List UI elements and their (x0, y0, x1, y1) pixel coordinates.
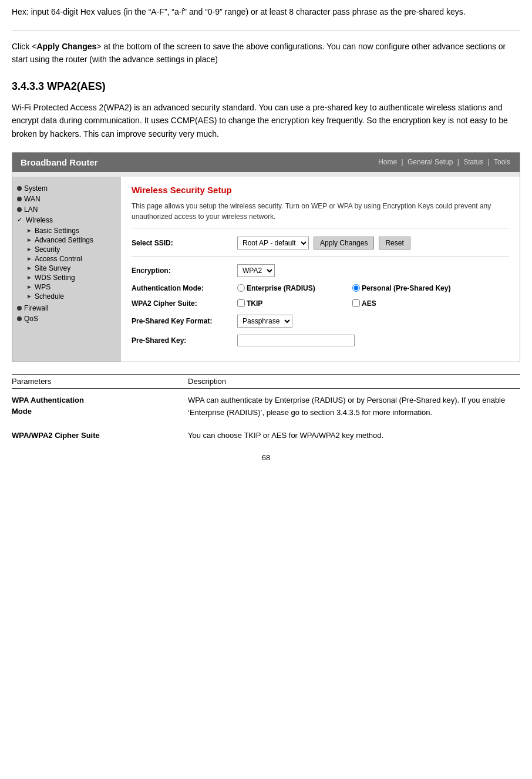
main-title: Wireless Security Setup (132, 185, 509, 195)
psk-format-label: Pre-Shared Key Format: (132, 317, 237, 325)
sidebar-sub-site-survey[interactable]: ► Site Survey (26, 264, 116, 273)
hex-text-block: Hex: input 64-digit Hex values (in the “… (12, 6, 520, 18)
router-header: Broadband Router Home | General Setup | … (12, 153, 520, 172)
main-desc: This page allows you setup the wireless … (132, 201, 509, 228)
nav-sep-2: | (457, 158, 461, 166)
tkip-text: TKIP (247, 299, 262, 308)
router-body: System WAN LAN ✓ Wireless ► (12, 177, 520, 362)
click-apply-text: Click <Apply Changes> at the bottom of t… (12, 40, 520, 66)
router-ui-box: Broadband Router Home | General Setup | … (12, 152, 520, 362)
aes-text: AES (362, 299, 376, 308)
auth-personal-label[interactable]: Personal (Pre-Shared Key) (352, 284, 458, 292)
sidebar-item-system[interactable]: System (17, 184, 116, 193)
gray-band (12, 172, 520, 177)
sidebar-item-firewall[interactable]: Firewall (17, 303, 116, 313)
sidebar-sub-wps[interactable]: ► WPS (26, 282, 116, 292)
psk-format-select[interactable]: Passphrase (237, 315, 292, 328)
label-security: Security (35, 245, 60, 254)
auth-mode-label: Authentication Mode: (132, 284, 237, 292)
encryption-row: Encryption: WPA2 (132, 264, 509, 277)
params-row-1: WPA/WPA2 Cipher Suite You can choose TKI… (12, 430, 520, 442)
page-number: 68 (12, 453, 520, 462)
psk-format-row: Pre-Shared Key Format: Passphrase (132, 315, 509, 328)
label-site-survey: Site Survey (35, 264, 70, 272)
encryption-select[interactable]: WPA2 (237, 264, 275, 277)
auth-mode-row: Authentication Mode: Enterprise (RADIUS)… (132, 284, 509, 292)
sidebar-item-lan[interactable]: LAN (17, 205, 116, 214)
sidebar-label-qos: QoS (24, 315, 38, 323)
sidebar-item-qos[interactable]: QoS (17, 314, 116, 323)
psk-input[interactable] (237, 335, 355, 346)
params-header: Parameters Description (12, 374, 520, 389)
psk-controls (237, 335, 355, 346)
params-label-cipher: WPA/WPA2 Cipher Suite (12, 431, 100, 440)
label-schedule: Schedule (35, 292, 64, 301)
arrow-access-control: ► (26, 255, 32, 262)
params-section: Parameters Description WPA Authenticatio… (12, 374, 520, 441)
params-col1-header: Parameters (12, 377, 188, 386)
nav-tools[interactable]: Tools (494, 158, 510, 166)
cipher-suite-row: WPA2 Cipher Suite: TKIP AES (132, 299, 509, 308)
sidebar-item-wan[interactable]: WAN (17, 194, 116, 204)
click-text-before: Click < (12, 42, 36, 51)
nav-sep-1: | (402, 158, 405, 166)
params-desc-0: WPA can authenticate by Enterprise (RADI… (188, 394, 520, 419)
hex-text: Hex: input 64-digit Hex values (in the “… (12, 7, 466, 16)
params-col2-header: Description (188, 377, 226, 386)
router-main-inner: Wireless Security Setup This page allows… (121, 177, 520, 362)
params-row-0: WPA AuthenticationMode WPA can authentic… (12, 394, 520, 419)
sidebar-item-wireless[interactable]: ✓ Wireless (17, 215, 116, 225)
cipher-suite-controls: TKIP AES (237, 299, 458, 308)
dot-wan (17, 197, 22, 201)
section-heading: 3.4.3.3 WPA2(AES) (12, 80, 520, 93)
reset-button[interactable]: Reset (379, 237, 410, 249)
router-nav: Home | General Setup | Status | Tools (377, 158, 511, 166)
sidebar-sub-access-control[interactable]: ► Access Control (26, 254, 116, 264)
auth-enterprise-label[interactable]: Enterprise (RADIUS) (237, 284, 343, 292)
cipher-suite-label: WPA2 Cipher Suite: (132, 299, 237, 308)
sidebar-label-system: System (24, 184, 48, 193)
router-sidebar: System WAN LAN ✓ Wireless ► (12, 177, 121, 362)
params-label-0: WPA AuthenticationMode (12, 394, 188, 417)
tkip-checkbox[interactable] (237, 299, 245, 307)
sidebar-sub-schedule[interactable]: ► Schedule (26, 292, 116, 301)
nav-sep-3: | (488, 158, 491, 166)
auth-enterprise-radio[interactable] (237, 284, 245, 292)
params-desc-1: You can choose TKIP or AES for WPA/WPA2 … (188, 430, 520, 442)
tkip-label[interactable]: TKIP (237, 299, 343, 308)
auth-enterprise-text: Enterprise (RADIUS) (247, 284, 315, 292)
sidebar-sub-basic-settings[interactable]: ► Basic Settings (26, 226, 116, 235)
label-basic-settings: Basic Settings (35, 227, 79, 235)
nav-home[interactable]: Home (378, 158, 397, 166)
sidebar-sub-security[interactable]: ► Security (26, 245, 116, 254)
psk-label: Pre-Shared Key: (132, 336, 237, 345)
label-access-control: Access Control (35, 255, 82, 263)
ssid-select[interactable]: Root AP - default (237, 237, 309, 249)
ssid-controls: Root AP - default Apply Changes Reset (237, 237, 410, 249)
router-title: Broadband Router (21, 157, 98, 167)
auth-mode-controls: Enterprise (RADIUS) Personal (Pre-Shared… (237, 284, 458, 292)
aes-checkbox[interactable] (352, 299, 360, 307)
encryption-controls: WPA2 (237, 264, 275, 277)
sidebar-label-lan: LAN (24, 205, 38, 214)
apply-changes-button[interactable]: Apply Changes (314, 237, 374, 249)
dot-firewall (17, 306, 22, 311)
page-content: Hex: input 64-digit Hex values (in the “… (0, 0, 532, 474)
arrow-schedule: ► (26, 293, 32, 299)
auth-personal-radio[interactable] (352, 284, 360, 292)
sidebar-label-firewall: Firewall (24, 304, 48, 312)
arrow-wds: ► (26, 274, 32, 281)
divider-1 (12, 30, 520, 31)
psk-row: Pre-Shared Key: (132, 335, 509, 346)
dot-qos (17, 316, 22, 321)
sidebar-sub-wds-setting[interactable]: ► WDS Setting (26, 273, 116, 282)
aes-label[interactable]: AES (352, 299, 458, 308)
dot-lan (17, 207, 22, 212)
sidebar-sub-advanced-settings[interactable]: ► Advanced Settings (26, 235, 116, 245)
nav-status[interactable]: Status (463, 158, 483, 166)
arrow-site-survey: ► (26, 265, 32, 271)
nav-general-setup[interactable]: General Setup (408, 158, 453, 166)
apply-changes-bold: Apply Changes (36, 42, 96, 51)
form-divider (132, 257, 509, 257)
label-wps: WPS (35, 283, 50, 291)
